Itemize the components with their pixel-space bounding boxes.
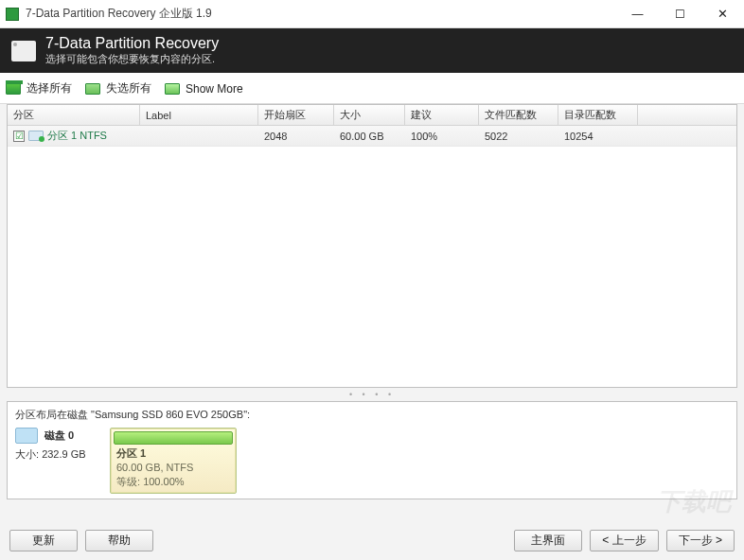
refresh-button[interactable]: 更新 — [9, 530, 78, 551]
col-partition[interactable]: 分区 — [8, 105, 140, 125]
table-row[interactable]: ☑ 分区 1 NTFS 2048 60.00 GB 100% 5022 1025… — [8, 126, 736, 147]
close-button[interactable]: ✕ — [701, 0, 744, 28]
app-header: 7-Data Partition Recovery 选择可能包含你想要恢复内容的… — [0, 28, 744, 73]
disk-summary: 磁盘 0 大小: 232.9 GB — [15, 428, 100, 462]
disk-name: 磁盘 0 — [44, 429, 74, 443]
app-icon — [6, 8, 19, 21]
partition-box-grade-value: 100.00% — [143, 476, 184, 487]
layout-title: 分区布局在磁盘 "Samsung SSD 860 EVO 250GB": — [15, 408, 729, 422]
row-checkbox[interactable]: ☑ — [13, 131, 25, 142]
partition-box-line1: 60.00 GB, NTFS — [116, 461, 230, 475]
cell-suggestion: 100% — [405, 131, 479, 142]
deselect-all-button[interactable]: 失选所有 — [85, 80, 151, 96]
partition-table: 分区 Label 开始扇区 大小 建议 文件匹配数 目录匹配数 ☑ 分区 1 N… — [7, 104, 737, 388]
show-more-button[interactable]: Show More — [165, 82, 243, 96]
title-bar: 7-Data Partition Recovery 企业版 1.9 — ☐ ✕ — [0, 0, 744, 28]
cell-start-sector: 2048 — [258, 131, 334, 142]
disk-icon — [15, 428, 38, 444]
disk-layout-panel: 分区布局在磁盘 "Samsung SSD 860 EVO 250GB": 磁盘 … — [7, 401, 737, 499]
show-more-icon — [165, 83, 180, 95]
drive-icon — [28, 131, 44, 141]
partition-box[interactable]: 分区 1 60.00 GB, NTFS 等级: 100.00% — [110, 428, 237, 494]
toolbar: 选择所有 失选所有 Show More — [0, 73, 744, 104]
help-button[interactable]: 帮助 — [85, 530, 153, 551]
header-subheading: 选择可能包含你想要恢复内容的分区. — [45, 52, 219, 66]
col-label[interactable]: Label — [140, 105, 258, 125]
deselect-all-label: 失选所有 — [106, 80, 151, 96]
prev-button[interactable]: < 上一步 — [590, 530, 658, 551]
disk-size-value: 232.9 GB — [42, 448, 85, 460]
col-start-sector[interactable]: 开始扇区 — [258, 105, 334, 125]
table-header: 分区 Label 开始扇区 大小 建议 文件匹配数 目录匹配数 — [8, 105, 736, 126]
window-title: 7-Data Partition Recovery 企业版 1.9 — [26, 6, 212, 22]
disk-icon — [11, 41, 36, 61]
col-dir-matches[interactable]: 目录匹配数 — [558, 105, 638, 125]
show-more-label: Show More — [186, 82, 243, 96]
cell-dir-matches: 10254 — [558, 131, 638, 142]
select-all-icon — [6, 83, 21, 95]
partition-box-grade-label: 等级: — [116, 476, 140, 487]
partition-usage-bar — [114, 431, 233, 445]
main-button[interactable]: 主界面 — [514, 530, 582, 551]
col-size[interactable]: 大小 — [334, 105, 405, 125]
partition-box-title: 分区 1 — [116, 446, 230, 461]
select-all-button[interactable]: 选择所有 — [6, 80, 72, 96]
col-suggestion[interactable]: 建议 — [405, 105, 479, 125]
col-file-matches[interactable]: 文件匹配数 — [479, 105, 558, 125]
next-button[interactable]: 下一步 > — [666, 530, 735, 551]
disk-size-label: 大小: — [15, 448, 39, 460]
partition-name: 分区 1 NTFS — [47, 129, 107, 143]
minimize-button[interactable]: — — [616, 0, 659, 28]
select-all-label: 选择所有 — [27, 80, 72, 96]
header-heading: 7-Data Partition Recovery — [45, 35, 219, 52]
maximize-button[interactable]: ☐ — [659, 0, 701, 28]
splitter-handle[interactable]: • • • • — [0, 390, 744, 399]
cell-size: 60.00 GB — [334, 131, 405, 142]
deselect-all-icon — [85, 83, 100, 95]
cell-file-matches: 5022 — [479, 131, 558, 142]
bottom-bar: 更新 帮助 主界面 < 上一步 下一步 > — [0, 526, 744, 554]
